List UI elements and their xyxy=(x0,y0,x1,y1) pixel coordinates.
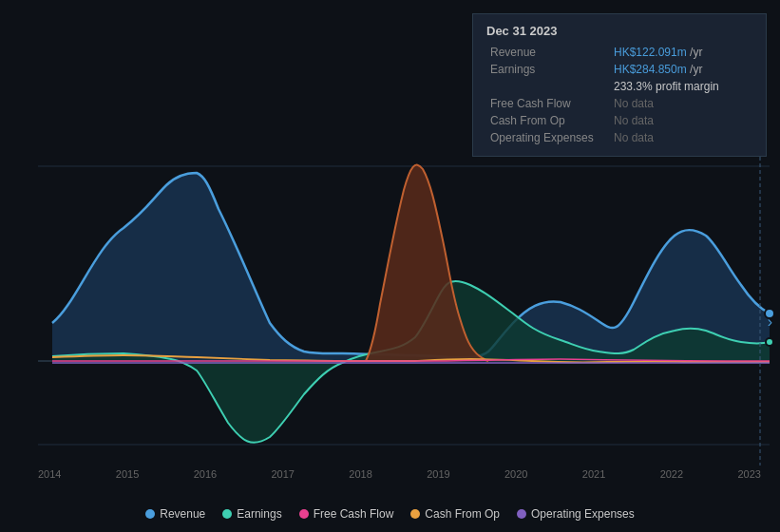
legend-opex[interactable]: Operating Expenses xyxy=(517,507,635,521)
label-revenue: Revenue xyxy=(486,44,610,61)
legend-label-opex: Operating Expenses xyxy=(531,507,635,521)
x-label-2017: 2017 xyxy=(271,468,294,480)
label-opex: Operating Expenses xyxy=(486,129,610,146)
table-row: Operating Expenses No data xyxy=(486,129,752,146)
table-row: 233.3% profit margin xyxy=(486,78,752,95)
legend-label-revenue: Revenue xyxy=(160,507,205,521)
info-tooltip: Dec 31 2023 Revenue HK$122.091m /yr Earn… xyxy=(472,13,767,157)
value-cashfromop: No data xyxy=(610,112,752,129)
legend-earnings[interactable]: Earnings xyxy=(222,507,281,521)
legend-fcf[interactable]: Free Cash Flow xyxy=(299,507,394,521)
value-earnings: HK$284.850m /yr xyxy=(610,61,752,78)
legend-cashfromop[interactable]: Cash From Op xyxy=(410,507,500,521)
x-label-2019: 2019 xyxy=(427,468,449,480)
legend-dot-opex xyxy=(517,509,526,519)
legend-label-fcf: Free Cash Flow xyxy=(314,507,394,521)
label-cashfromop: Cash From Op xyxy=(486,112,610,129)
legend-dot-earnings xyxy=(222,509,232,519)
scroll-right-indicator[interactable]: › xyxy=(768,314,772,331)
x-label-2022: 2022 xyxy=(660,468,683,480)
x-label-2023: 2023 xyxy=(737,468,760,480)
legend-label-earnings: Earnings xyxy=(237,507,281,521)
table-row: Free Cash Flow No data xyxy=(486,95,752,112)
label-fcf: Free Cash Flow xyxy=(486,95,610,112)
value-opex: No data xyxy=(610,129,752,146)
svg-point-7 xyxy=(766,338,773,346)
tooltip-date: Dec 31 2023 xyxy=(486,24,752,38)
x-label-2018: 2018 xyxy=(349,468,371,480)
tooltip-table: Revenue HK$122.091m /yr Earnings HK$284.… xyxy=(486,44,752,146)
profit-margin: 233.3% profit margin xyxy=(610,78,752,95)
label-earnings: Earnings xyxy=(486,61,610,78)
x-label-2021: 2021 xyxy=(582,468,605,480)
legend-dot-revenue xyxy=(145,509,155,519)
legend-revenue[interactable]: Revenue xyxy=(145,507,205,521)
table-row: Cash From Op No data xyxy=(486,112,752,129)
table-row: Earnings HK$284.850m /yr xyxy=(486,61,752,78)
value-fcf: No data xyxy=(610,95,752,112)
x-axis: 2014 2015 2016 2017 2018 2019 2020 2021 … xyxy=(38,468,761,480)
legend-dot-fcf xyxy=(299,509,309,519)
legend-label-cashfromop: Cash From Op xyxy=(425,507,500,521)
chart-legend: Revenue Earnings Free Cash Flow Cash Fro… xyxy=(0,507,780,521)
legend-dot-cashfromop xyxy=(410,509,420,519)
x-label-2014: 2014 xyxy=(38,468,61,480)
x-label-2015: 2015 xyxy=(116,468,139,480)
table-row: Revenue HK$122.091m /yr xyxy=(486,44,752,61)
x-label-2016: 2016 xyxy=(194,468,217,480)
value-revenue: HK$122.091m /yr xyxy=(610,44,752,61)
x-label-2020: 2020 xyxy=(504,468,527,480)
